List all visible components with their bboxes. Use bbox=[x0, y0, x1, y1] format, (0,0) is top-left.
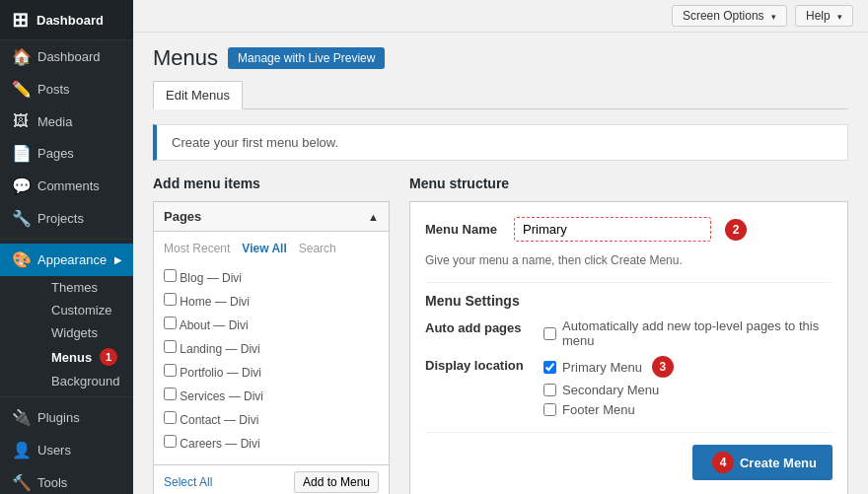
chevron-right-icon: ▶ bbox=[114, 254, 122, 265]
menu-name-label: Menu Name bbox=[425, 222, 504, 237]
page-checkbox[interactable] bbox=[164, 435, 177, 448]
page-checkbox[interactable] bbox=[164, 411, 177, 424]
sidebar-item-appearance[interactable]: 🎨 Appearance ▶ bbox=[0, 244, 133, 276]
sidebar-item-label: Appearance bbox=[37, 252, 107, 267]
list-item[interactable]: Landing — Divi bbox=[164, 336, 379, 360]
sidebar-item-comments[interactable]: 💬 Comments bbox=[0, 170, 133, 202]
media-icon: 🖼 bbox=[12, 112, 30, 130]
sidebar-item-tools[interactable]: 🔨 Tools bbox=[0, 466, 133, 494]
panel-tabs: Most Recent View All Search bbox=[164, 242, 379, 255]
sidebar-item-label: Plugins bbox=[37, 410, 80, 425]
sidebar-item-widgets[interactable]: Widgets bbox=[26, 321, 133, 344]
plugins-icon: 🔌 bbox=[12, 408, 30, 427]
list-item[interactable]: Portfolio — Divi bbox=[164, 360, 379, 384]
badge-3: 3 bbox=[652, 356, 674, 378]
right-column: Menu structure Menu Name 2 Give your men… bbox=[409, 176, 848, 494]
tab-search[interactable]: Search bbox=[299, 242, 336, 255]
sidebar-item-label: Pages bbox=[37, 146, 74, 161]
pages-panel-footer: Select All Add to Menu bbox=[154, 464, 389, 494]
chevron-up-icon: ▲ bbox=[368, 211, 379, 223]
sidebar-item-label: Dashboard bbox=[37, 49, 101, 64]
auto-add-text: Automatically add new top-level pages to… bbox=[562, 318, 832, 348]
add-to-menu-button[interactable]: Add to Menu bbox=[294, 471, 379, 493]
sidebar-item-themes[interactable]: Themes bbox=[26, 276, 133, 299]
two-column-layout: Add menu items Pages ▲ Most Recent View … bbox=[153, 176, 848, 494]
primary-menu-label: Primary Menu bbox=[562, 360, 642, 375]
menu-hint-text: Give your menu a name, then click Create… bbox=[425, 253, 832, 267]
tab-edit-menus[interactable]: Edit Menus bbox=[153, 81, 243, 109]
auto-add-checkbox[interactable] bbox=[543, 327, 556, 340]
list-item[interactable]: Home — Divi bbox=[164, 289, 379, 313]
sidebar-item-label: Comments bbox=[37, 178, 100, 193]
main-content: Screen Options ▾ Help ▾ Menus Manage wit… bbox=[133, 0, 868, 494]
select-all-link[interactable]: Select All bbox=[164, 475, 212, 489]
pages-panel-body: Most Recent View All Search Blog — Divi … bbox=[154, 232, 389, 464]
sidebar-item-customize[interactable]: Customize bbox=[26, 299, 133, 321]
pages-panel: Pages ▲ Most Recent View All Search Blog… bbox=[153, 201, 390, 494]
chevron-down-icon: ▾ bbox=[837, 12, 842, 22]
page-checkbox[interactable] bbox=[164, 388, 177, 400]
create-menu-button[interactable]: 4 Create Menu bbox=[692, 445, 832, 480]
badge-4: 4 bbox=[712, 452, 734, 473]
menu-name-row: Menu Name 2 bbox=[425, 217, 832, 242]
sidebar-item-label: Users bbox=[37, 443, 71, 458]
info-box: Create your first menu below. bbox=[153, 124, 848, 161]
page-title-row: Menus Manage with Live Preview bbox=[153, 47, 848, 69]
footer-menu-label: Footer Menu bbox=[562, 402, 635, 417]
sidebar-item-background[interactable]: Background bbox=[26, 370, 133, 392]
add-menu-items-title: Add menu items bbox=[153, 176, 390, 191]
auto-add-options: Automatically add new top-level pages to… bbox=[543, 318, 832, 348]
page-checkbox[interactable] bbox=[164, 293, 177, 306]
sidebar-item-media[interactable]: 🖼 Media bbox=[0, 106, 133, 137]
manage-live-preview-button[interactable]: Manage with Live Preview bbox=[228, 47, 385, 69]
page-checkbox[interactable] bbox=[164, 364, 177, 377]
sidebar-logo: ⊞ Dashboard bbox=[0, 0, 133, 40]
wp-icon: ⊞ bbox=[12, 8, 29, 32]
page-content: Menus Manage with Live Preview Edit Menu… bbox=[133, 33, 868, 494]
display-location-row: Display location Primary Menu 3 Secondar… bbox=[425, 356, 832, 417]
list-item[interactable]: Services — Divi bbox=[164, 384, 379, 407]
left-column: Add menu items Pages ▲ Most Recent View … bbox=[153, 176, 390, 494]
sidebar-item-pages[interactable]: 📄 Pages bbox=[0, 137, 133, 170]
sidebar-divider bbox=[0, 239, 133, 240]
sidebar-item-posts[interactable]: ✏️ Posts bbox=[0, 73, 133, 106]
footer-menu-checkbox[interactable] bbox=[543, 403, 556, 416]
list-item[interactable]: Blog — Divi bbox=[164, 265, 379, 289]
list-item[interactable]: Contact — Divi bbox=[164, 407, 379, 431]
menu-structure-title: Menu structure bbox=[409, 176, 848, 191]
sidebar-item-dashboard[interactable]: 🏠 Dashboard bbox=[0, 40, 133, 73]
pages-panel-header[interactable]: Pages ▲ bbox=[154, 202, 389, 232]
screen-options-button[interactable]: Screen Options ▾ bbox=[672, 5, 787, 27]
display-location-options: Primary Menu 3 Secondary Menu Footer Men… bbox=[543, 356, 674, 417]
tab-view-all[interactable]: View All bbox=[242, 242, 286, 255]
list-item[interactable]: About — Divi bbox=[164, 313, 379, 336]
tab-most-recent[interactable]: Most Recent bbox=[164, 242, 230, 255]
users-icon: 👤 bbox=[12, 441, 30, 459]
sidebar-appearance-submenu: Themes Customize Widgets Menus 1 Backgro… bbox=[0, 276, 133, 392]
help-button[interactable]: Help ▾ bbox=[795, 5, 853, 27]
sidebar-item-plugins[interactable]: 🔌 Plugins bbox=[0, 401, 133, 434]
projects-icon: 🔧 bbox=[12, 209, 30, 228]
primary-menu-option: Primary Menu 3 bbox=[543, 356, 674, 378]
page-checkbox[interactable] bbox=[164, 340, 177, 353]
sidebar-item-users[interactable]: 👤 Users bbox=[0, 434, 133, 466]
sidebar-item-label: Media bbox=[37, 114, 72, 129]
pages-icon: 📄 bbox=[12, 144, 30, 163]
primary-menu-checkbox[interactable] bbox=[543, 361, 556, 374]
menu-name-input[interactable] bbox=[514, 217, 711, 242]
page-checkbox[interactable] bbox=[164, 269, 177, 282]
list-item[interactable]: Careers — Divi bbox=[164, 431, 379, 455]
sidebar-item-projects[interactable]: 🔧 Projects bbox=[0, 202, 133, 235]
topbar: Screen Options ▾ Help ▾ bbox=[133, 0, 868, 33]
auto-add-pages-row: Auto add pages Automatically add new top… bbox=[425, 318, 832, 348]
secondary-menu-option: Secondary Menu bbox=[543, 383, 674, 397]
page-checkbox[interactable] bbox=[164, 317, 177, 329]
sidebar-item-menus[interactable]: Menus 1 bbox=[26, 344, 133, 370]
sidebar-item-label: Tools bbox=[37, 475, 67, 490]
auto-add-option: Automatically add new top-level pages to… bbox=[543, 318, 832, 348]
footer-menu-option: Footer Menu bbox=[543, 402, 674, 417]
secondary-menu-checkbox[interactable] bbox=[543, 384, 556, 396]
dashboard-icon: 🏠 bbox=[12, 47, 30, 66]
chevron-down-icon: ▾ bbox=[771, 12, 776, 22]
badge-2: 2 bbox=[725, 219, 747, 241]
